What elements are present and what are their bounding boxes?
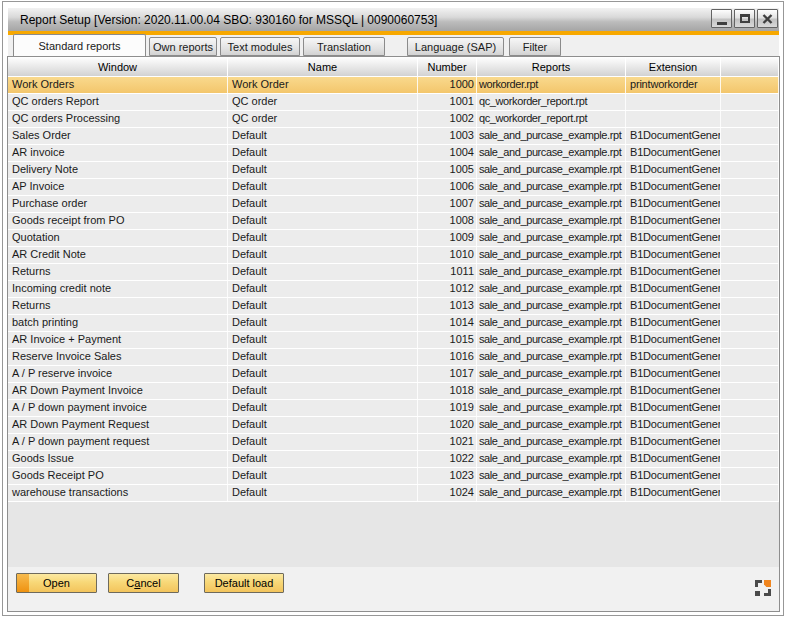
tab-text-modules[interactable]: Text modules [220, 37, 300, 56]
table-row[interactable]: AR Invoice + PaymentDefault1015sale_and_… [8, 332, 779, 349]
cell-number: 1007 [418, 196, 477, 212]
cell-filler [721, 77, 779, 93]
close-icon [762, 14, 773, 24]
window-controls [711, 9, 778, 28]
cell-filler [721, 417, 779, 433]
tab-standard-reports[interactable]: Standard reports [13, 34, 146, 56]
cell-reports: sale_and_purcase_example.rpt [477, 179, 626, 195]
table-row[interactable]: Sales OrderDefault1003sale_and_purcase_e… [8, 128, 779, 145]
table-row[interactable]: Incoming credit noteDefault1012sale_and_… [8, 281, 779, 298]
cell-window: Returns [8, 298, 228, 314]
button-panel: Open Cancel Default load [8, 567, 779, 611]
cell-filler [721, 111, 779, 127]
cancel-button[interactable]: Cancel [108, 573, 179, 593]
cell-number: 1002 [418, 111, 477, 127]
cell-reports: sale_and_purcase_example.rpt [477, 196, 626, 212]
table-row[interactable]: Goods receipt from PODefault1008sale_and… [8, 213, 779, 230]
title-bar[interactable]: Report Setup [Version: 2020.11.00.04 SBO… [8, 8, 779, 31]
table-row[interactable]: AP InvoiceDefault1006sale_and_purcase_ex… [8, 179, 779, 196]
cell-name: Default [228, 434, 418, 450]
cell-filler [721, 264, 779, 280]
table-row[interactable]: A / P down payment requestDefault1021sal… [8, 434, 779, 451]
table-row[interactable]: QC orders ProcessingQC order1002qc_worko… [8, 111, 779, 128]
cell-filler [721, 400, 779, 416]
table-row[interactable]: Work OrdersWork Order1000workorder.rptpr… [8, 77, 779, 94]
cell-name: Default [228, 213, 418, 229]
cell-filler [721, 213, 779, 229]
cell-number: 1021 [418, 434, 477, 450]
table-row[interactable]: Goods Receipt PODefault1023sale_and_purc… [8, 468, 779, 485]
minimize-button[interactable] [711, 9, 732, 28]
table-row[interactable]: AR Down Payment RequestDefault1020sale_a… [8, 417, 779, 434]
cell-reports: workorder.rpt [477, 77, 626, 93]
tab-filter[interactable]: Filter [509, 37, 561, 56]
cell-name: Default [228, 451, 418, 467]
resize-icon[interactable] [755, 580, 771, 596]
cell-name: Default [228, 332, 418, 348]
cell-name: Default [228, 281, 418, 297]
open-button-accent [17, 574, 29, 592]
cell-window: AR Down Payment Request [8, 417, 228, 433]
table-row[interactable]: warehouse transactionsDefault1024sale_an… [8, 485, 779, 502]
table-row[interactable]: AR Credit NoteDefault1010sale_and_purcas… [8, 247, 779, 264]
table-row[interactable]: QuotationDefault1009sale_and_purcase_exa… [8, 230, 779, 247]
table-row[interactable]: Goods IssueDefault1022sale_and_purcase_e… [8, 451, 779, 468]
cell-number: 1010 [418, 247, 477, 263]
cell-filler [721, 298, 779, 314]
tab-translation[interactable]: Translation [303, 37, 385, 56]
cell-number: 1004 [418, 145, 477, 161]
tab-language-sap[interactable]: Language (SAP) [407, 37, 504, 56]
cell-extension: printworkorder [626, 77, 721, 93]
cell-extension: B1DocumentGenera [626, 264, 721, 280]
table-row[interactable]: Delivery NoteDefault1005sale_and_purcase… [8, 162, 779, 179]
table-row[interactable]: A / P reserve invoiceDefault1017sale_and… [8, 366, 779, 383]
maximize-button[interactable] [734, 9, 755, 28]
maximize-icon [740, 14, 750, 23]
table-row[interactable]: batch printingDefault1014sale_and_purcas… [8, 315, 779, 332]
cell-name: Default [228, 315, 418, 331]
table-row[interactable]: AR Down Payment InvoiceDefault1018sale_a… [8, 383, 779, 400]
cell-window: Reserve Invoice Sales [8, 349, 228, 365]
cell-extension: B1DocumentGenera [626, 417, 721, 433]
cell-reports: sale_and_purcase_example.rpt [477, 383, 626, 399]
table-row[interactable]: Reserve Invoice SalesDefault1016sale_and… [8, 349, 779, 366]
default-load-button[interactable]: Default load [204, 573, 284, 593]
column-header-extension[interactable]: Extension [626, 57, 721, 76]
cell-reports: sale_and_purcase_example.rpt [477, 213, 626, 229]
cell-extension: B1DocumentGenera [626, 281, 721, 297]
table-row[interactable]: A / P down payment invoiceDefault1019sal… [8, 400, 779, 417]
cell-name: Default [228, 247, 418, 263]
cell-extension: B1DocumentGenera [626, 162, 721, 178]
cell-window: Delivery Note [8, 162, 228, 178]
cell-window: QC orders Report [8, 94, 228, 110]
cell-name: Default [228, 400, 418, 416]
cell-window: Goods Issue [8, 451, 228, 467]
cell-reports: sale_and_purcase_example.rpt [477, 247, 626, 263]
cell-extension: B1DocumentGenera [626, 400, 721, 416]
column-header-name[interactable]: Name [228, 57, 418, 76]
cell-filler [721, 366, 779, 382]
cell-number: 1022 [418, 451, 477, 467]
tab-own-reports[interactable]: Own reports [149, 37, 217, 56]
cell-name: Default [228, 145, 418, 161]
column-header-number[interactable]: Number [418, 57, 477, 76]
table-row[interactable]: ReturnsDefault1013sale_and_purcase_examp… [8, 298, 779, 315]
table-row[interactable]: ReturnsDefault1011sale_and_purcase_examp… [8, 264, 779, 281]
cell-window: AR Down Payment Invoice [8, 383, 228, 399]
column-header-reports[interactable]: Reports [477, 57, 626, 76]
table-row[interactable]: AR invoiceDefault1004sale_and_purcase_ex… [8, 145, 779, 162]
cell-reports: sale_and_purcase_example.rpt [477, 468, 626, 484]
table-row[interactable]: Purchase orderDefault1007sale_and_purcas… [8, 196, 779, 213]
column-header-window[interactable]: Window [8, 57, 228, 76]
cell-filler [721, 383, 779, 399]
cell-window: AP Invoice [8, 179, 228, 195]
cell-name: Work Order [228, 77, 418, 93]
cell-window: A / P down payment request [8, 434, 228, 450]
open-button[interactable]: Open [16, 573, 97, 593]
close-button[interactable] [757, 9, 778, 28]
cell-extension: B1DocumentGenera [626, 332, 721, 348]
cell-number: 1016 [418, 349, 477, 365]
cell-number: 1012 [418, 281, 477, 297]
cell-extension: B1DocumentGenera [626, 366, 721, 382]
table-row[interactable]: QC orders ReportQC order1001qc_workorder… [8, 94, 779, 111]
